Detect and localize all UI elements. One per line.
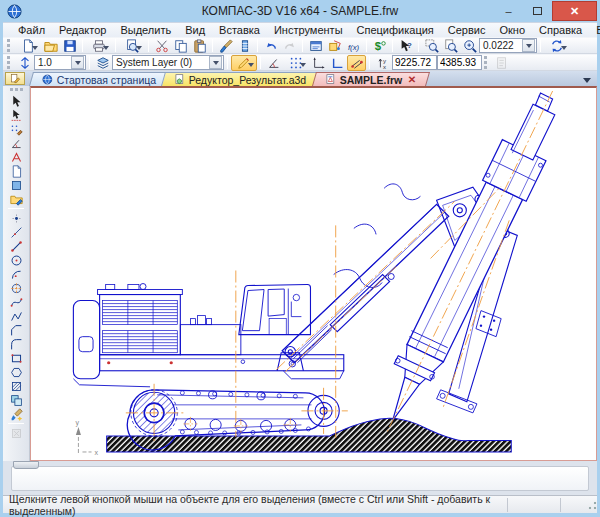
toolbar-separator [418, 39, 419, 52]
compact-panel [3, 86, 30, 461]
new-sheet-tool[interactable] [5, 164, 27, 178]
insert-view-tool[interactable] [5, 192, 27, 206]
property-bar-grip[interactable] [13, 461, 39, 469]
coordinate-y-field[interactable] [437, 55, 482, 70]
select-pointer-tool[interactable] [5, 94, 27, 108]
print-button[interactable] [86, 38, 112, 54]
close-button[interactable]: ✕ [552, 1, 597, 21]
tab-list-button[interactable] [583, 78, 591, 83]
toolbar-standard: 0.0222 [3, 37, 597, 54]
menu-service[interactable]: Сервис [441, 24, 493, 36]
status-cell [507, 498, 560, 512]
fragment-doc-icon [325, 74, 336, 85]
new-document-button[interactable] [15, 38, 41, 54]
polyline-tool[interactable] [5, 309, 27, 323]
toolbar-current-state: 1.0 System Layer (0) [3, 54, 597, 71]
copy-style-button[interactable] [216, 38, 235, 54]
copy-properties-button[interactable] [235, 38, 254, 54]
cursor-step-icon[interactable] [15, 55, 34, 71]
zoom-area-button[interactable] [422, 38, 441, 54]
spline-tool[interactable] [5, 295, 27, 309]
auxiliary-line-tool[interactable] [5, 225, 27, 239]
current-style-button[interactable] [231, 55, 257, 71]
document-tree-toggle[interactable] [5, 72, 25, 85]
print-preview-button[interactable] [119, 38, 145, 54]
refresh-view-button[interactable] [544, 38, 570, 54]
local-axes-button[interactable] [309, 55, 328, 71]
menu-select[interactable]: Выделить [113, 24, 178, 36]
assembly-doc-icon [174, 74, 185, 85]
zoom-document-button[interactable] [441, 38, 460, 54]
tab-start-page[interactable]: Стартовая страница [29, 72, 169, 86]
measure-angle-tool[interactable] [5, 136, 27, 150]
chamfer-tool[interactable] [5, 323, 27, 337]
polygon-tool[interactable] [5, 365, 27, 379]
variables-button[interactable] [325, 38, 344, 54]
save-button[interactable] [60, 38, 79, 54]
maximize-button[interactable] [523, 1, 552, 21]
library-manager-button[interactable] [370, 38, 389, 54]
segment-tool[interactable] [5, 239, 27, 253]
select-frame-tool[interactable] [5, 108, 27, 122]
menu-insert[interactable]: Вставка [212, 24, 267, 36]
origin-marker: y x [75, 419, 98, 456]
snap-mode-button[interactable] [347, 55, 366, 71]
layers-button[interactable] [93, 55, 112, 71]
menubar: ФайлРедакторВыделитьВидВставкаИнструмент… [3, 22, 597, 37]
menu-window[interactable]: Окно [492, 24, 532, 36]
snap-settings-tool[interactable] [5, 122, 27, 136]
combo-dropdown-icon[interactable] [209, 56, 222, 69]
menu-specification[interactable]: Спецификация [350, 24, 441, 36]
circle-tool[interactable] [5, 253, 27, 267]
window-resize-grip[interactable] [585, 498, 597, 511]
arc-tool[interactable] [5, 267, 27, 281]
current-layer-combo[interactable]: System Layer (0) [112, 55, 224, 70]
panel-drag-handle[interactable] [10, 88, 23, 92]
combo-dropdown-icon[interactable] [71, 56, 84, 69]
point-tool[interactable] [5, 211, 27, 225]
operator-cab [239, 285, 311, 335]
hatch-tool[interactable] [5, 379, 27, 393]
drawing-canvas[interactable]: y x [30, 86, 597, 461]
tab-reduktor-a3d[interactable]: Редуктор_Результат.a3d [161, 72, 319, 86]
view-frame-tool[interactable] [5, 178, 27, 192]
grid-button[interactable] [283, 55, 309, 71]
menu-help[interactable]: Справка [532, 24, 589, 36]
cut-button[interactable] [152, 38, 171, 54]
zoom-scale-combo[interactable]: 0.0222 [479, 38, 537, 53]
style-brush-tool[interactable] [5, 407, 27, 421]
zoom-in-button[interactable] [460, 38, 479, 54]
open-document-button[interactable] [41, 38, 60, 54]
menu-tools[interactable]: Инструменты [267, 24, 350, 36]
toolbar-drag-handle[interactable] [7, 56, 12, 69]
coordinates-icon [373, 55, 392, 71]
tab-sample-frw[interactable]: SAMPLE.frw ✕ [312, 72, 430, 86]
toolbar-separator [366, 39, 367, 52]
copy-button[interactable] [171, 38, 190, 54]
menu-file[interactable]: Файл [11, 24, 52, 36]
coordinate-x-field[interactable] [392, 55, 437, 70]
ortho-mode-button[interactable] [328, 55, 347, 71]
document-manager-button[interactable] [306, 38, 325, 54]
rectangle-tool[interactable] [5, 351, 27, 365]
context-help-button[interactable] [396, 38, 415, 54]
paste-button[interactable] [190, 38, 209, 54]
select-by-type-tool[interactable] [5, 150, 27, 164]
tab-close-icon[interactable]: ✕ [408, 74, 416, 85]
angle-snap-button[interactable] [264, 55, 283, 71]
fx-button[interactable] [344, 38, 363, 54]
toolbar-drag-handle[interactable] [7, 39, 12, 52]
menu-libraries[interactable]: Библиотеки [589, 24, 600, 36]
undo-button[interactable] [261, 38, 280, 54]
cursor-step-combo[interactable]: 1.0 [34, 55, 86, 70]
combo-dropdown-icon[interactable] [522, 39, 535, 52]
fillet-tool[interactable] [5, 337, 27, 351]
document-properties-button [492, 55, 511, 71]
kompas-globe-icon [42, 74, 53, 85]
minimize-button[interactable]: – [494, 1, 523, 21]
circle-axes-tool[interactable] [5, 281, 27, 295]
menu-view[interactable]: Вид [178, 24, 212, 36]
document-tabbar: Стартовая страница Редуктор_Результат.a3… [3, 71, 597, 86]
menu-editor[interactable]: Редактор [52, 24, 113, 36]
region-tool[interactable] [5, 393, 27, 407]
